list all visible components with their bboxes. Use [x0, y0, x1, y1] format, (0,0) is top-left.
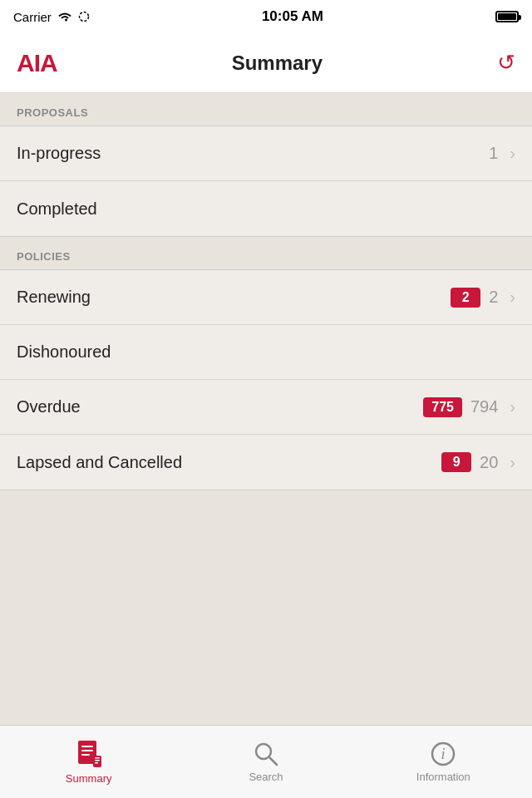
row-right-inprogress: 1 › [489, 144, 515, 163]
search-icon [253, 741, 279, 767]
chevron-icon: › [510, 144, 515, 163]
lapsed-badge: 9 [441, 452, 471, 472]
tab-information-label: Information [416, 771, 470, 783]
svg-point-0 [79, 12, 88, 22]
overdue-count: 794 [470, 397, 498, 416]
page-title: Summary [232, 52, 323, 75]
summary-icon [75, 739, 103, 769]
inprogress-count: 1 [489, 144, 498, 163]
chevron-icon: › [510, 288, 515, 307]
status-time: 10:05 AM [262, 8, 323, 25]
policies-section-header: POLICIES [0, 237, 532, 269]
list-item[interactable]: Lapsed and Cancelled 9 20 › [0, 435, 532, 490]
tab-summary[interactable]: Summary [0, 739, 177, 785]
proposals-section-header: PROPOSALS [0, 93, 532, 126]
chevron-icon: › [510, 453, 515, 472]
row-label-overdue: Overdue [17, 397, 423, 416]
list-item[interactable]: Renewing 2 2 › [0, 270, 532, 325]
svg-text:i: i [441, 746, 446, 762]
nav-bar: AIA Summary ↻ [0, 33, 532, 93]
chevron-icon: › [510, 397, 515, 416]
svg-rect-4 [81, 754, 90, 756]
tab-information[interactable]: i Information [355, 741, 532, 783]
activity-icon [78, 11, 90, 22]
svg-rect-7 [95, 760, 100, 761]
aia-logo: AIA [17, 49, 57, 77]
svg-rect-6 [95, 757, 100, 759]
svg-rect-8 [95, 762, 98, 764]
tab-search-label: Search [249, 771, 283, 783]
refresh-button[interactable]: ↻ [497, 50, 515, 76]
status-right [495, 11, 519, 22]
policies-list: Renewing 2 2 › Dishonoured Overdue 775 7… [0, 269, 532, 490]
renewing-count: 2 [489, 288, 498, 307]
carrier-text: Carrier [13, 10, 52, 24]
status-left: Carrier [13, 10, 90, 24]
proposals-list: In-progress 1 › Completed [0, 126, 532, 237]
row-label-completed: Completed [17, 200, 515, 219]
battery-icon [495, 11, 519, 22]
lapsed-count: 20 [480, 453, 498, 472]
row-label-inprogress: In-progress [17, 144, 489, 163]
row-label-lapsed: Lapsed and Cancelled [17, 453, 441, 472]
list-item[interactable]: Completed [0, 181, 532, 236]
svg-rect-3 [81, 750, 93, 751]
tab-search[interactable]: Search [177, 741, 354, 783]
overdue-badge: 775 [423, 397, 462, 417]
main-content: PROPOSALS In-progress 1 › Completed POLI… [0, 93, 532, 725]
row-right-lapsed: 9 20 › [441, 452, 515, 472]
status-bar: Carrier 10:05 AM [0, 0, 532, 33]
list-item[interactable]: Dishonoured [0, 325, 532, 380]
svg-rect-2 [81, 746, 93, 747]
svg-line-10 [269, 757, 277, 765]
list-item[interactable]: In-progress 1 › [0, 126, 532, 181]
list-item[interactable]: Overdue 775 794 › [0, 380, 532, 435]
tab-summary-label: Summary [66, 772, 112, 785]
row-right-renewing: 2 2 › [451, 288, 515, 308]
renewing-badge: 2 [451, 288, 480, 308]
information-icon: i [430, 741, 456, 767]
row-right-overdue: 775 794 › [423, 397, 515, 417]
row-label-renewing: Renewing [17, 288, 451, 307]
wifi-icon [57, 11, 73, 22]
tab-bar: Summary Search i Information [0, 725, 532, 798]
row-label-dishonoured: Dishonoured [17, 342, 515, 362]
